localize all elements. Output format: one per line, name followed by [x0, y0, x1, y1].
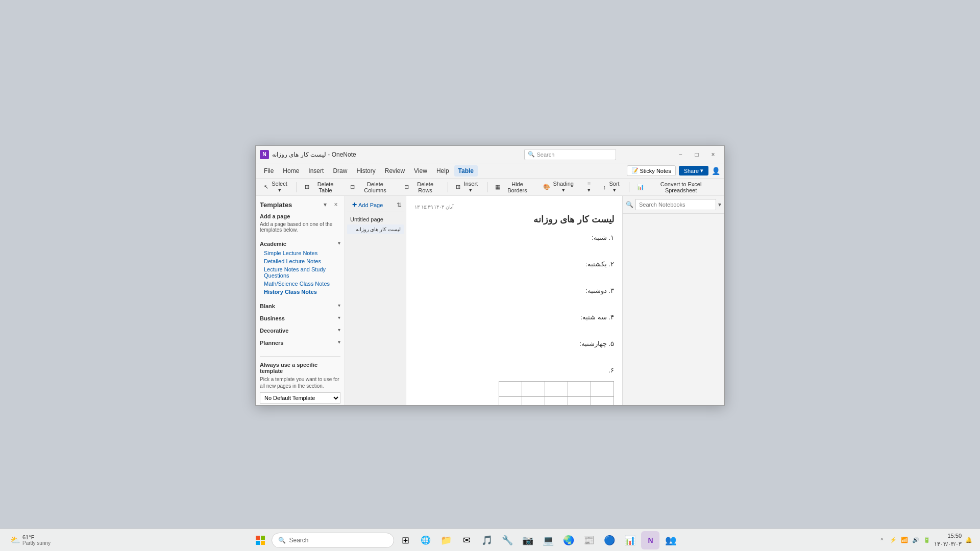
panel-header: Templates ▾ × — [260, 200, 340, 209]
sort-pages-icon[interactable]: ⇅ — [397, 202, 402, 209]
maximize-button[interactable]: □ — [690, 148, 704, 161]
page-item-untitled[interactable]: Untitled page — [347, 214, 404, 224]
edge-icon[interactable]: 🌐 — [416, 531, 435, 549]
svg-rect-0 — [256, 536, 260, 540]
math-science-link[interactable]: Math/Science Class Notes — [260, 280, 340, 288]
table-cell[interactable] — [522, 397, 545, 406]
time-display[interactable]: 15:50 ۱۴۰۳/۰۳/۰۳ — [934, 532, 962, 548]
menu-help[interactable]: Help — [432, 165, 453, 177]
table-row — [499, 382, 614, 397]
page-item-daily[interactable]: لیست کار های روزانه — [347, 224, 404, 234]
simple-lecture-notes-link[interactable]: Simple Lecture Notes — [260, 249, 340, 257]
planners-section[interactable]: Planners ▾ — [260, 336, 340, 348]
lecture-study-link[interactable]: Lecture Notes and Study Questions — [260, 265, 340, 280]
onenote-taskbar-icon[interactable]: N — [641, 531, 659, 549]
delete-columns-icon: ⊟ — [350, 184, 355, 190]
decorative-expand-icon: ▾ — [338, 327, 340, 333]
decorative-section[interactable]: Decorative ▾ — [260, 323, 340, 336]
search-notebooks-icon: 🔍 — [626, 201, 633, 208]
title-bar-left: N لیست کار های روزانه - OneNote — [260, 150, 467, 159]
taskbar-search-bar[interactable]: 🔍 Search — [272, 533, 394, 548]
list-style-button[interactable]: ≡ ▾ — [581, 181, 597, 194]
menu-draw[interactable]: Draw — [329, 165, 351, 177]
task-view-button[interactable]: ⊞ — [396, 531, 414, 549]
add-page-button[interactable]: ✚ Add Page — [349, 200, 386, 210]
table-cell[interactable] — [591, 397, 614, 406]
delete-columns-button[interactable]: ⊟ Delete Columns — [346, 181, 398, 194]
history-class-notes-link[interactable]: History Class Notes — [260, 288, 340, 296]
menu-file[interactable]: File — [260, 165, 278, 177]
hide-borders-icon: ▦ — [495, 184, 500, 190]
weather-desc: Partly sunny — [22, 540, 51, 546]
todo-item-3: ۳. دوشنبه: — [414, 284, 614, 297]
content-area[interactable]: ۱۳ آبان ۱۴۰۳ ۱۵:۴۹ لیست کار های روزانه ۱… — [406, 196, 622, 405]
table-cell[interactable] — [545, 397, 568, 406]
explorer-icon[interactable]: 📁 — [437, 531, 455, 549]
title-search-bar[interactable]: 🔍 Search — [524, 149, 616, 160]
panel-close-btn[interactable]: × — [331, 200, 340, 209]
teams-icon[interactable]: 👥 — [662, 531, 680, 549]
tray-icon-1[interactable]: ⚡ — [888, 535, 898, 545]
add-page-section-title: Add a page — [260, 213, 340, 219]
close-button[interactable]: × — [706, 148, 720, 161]
select-button[interactable]: ↖ Select ▾ — [260, 181, 293, 194]
panel-collapse-btn[interactable]: ▾ — [321, 200, 330, 209]
minimize-button[interactable]: − — [673, 148, 688, 161]
table-cell[interactable] — [522, 382, 545, 397]
volume-icon[interactable]: 🔊 — [911, 535, 921, 545]
start-button[interactable] — [251, 531, 270, 549]
app-icon-1[interactable]: 🎵 — [478, 531, 496, 549]
convert-excel-button[interactable]: 📊 Convert to Excel Spreadsheet — [633, 181, 720, 194]
app-icon-3[interactable]: 📷 — [519, 531, 537, 549]
app-icon-5[interactable]: 🌏 — [559, 531, 578, 549]
app-icon-8[interactable]: 📊 — [621, 531, 639, 549]
wifi-icon[interactable]: 📶 — [899, 535, 910, 545]
app-icon-6[interactable]: 📰 — [580, 531, 598, 549]
menu-view[interactable]: View — [410, 165, 431, 177]
search-notebooks-input[interactable] — [635, 199, 716, 210]
title-search-placeholder: Search — [537, 152, 555, 158]
toolbar: ↖ Select ▾ ⊞ Delete Table ⊟ Delete Colum… — [256, 179, 724, 196]
business-section[interactable]: Business ▾ — [260, 311, 340, 323]
notifications-icon[interactable]: 🔔 — [964, 535, 974, 545]
mail-icon[interactable]: ✉ — [457, 531, 476, 549]
add-page-desc: Add a page based on one of the templates… — [260, 221, 340, 233]
table-cell[interactable] — [545, 382, 568, 397]
insert-button[interactable]: ⊞ Insert ▾ — [452, 181, 483, 194]
cursor-icon: ↖ — [264, 184, 268, 190]
app-icon-4[interactable]: 💻 — [539, 531, 557, 549]
menu-home[interactable]: Home — [279, 165, 303, 177]
app-icon-2[interactable]: 🔧 — [498, 531, 517, 549]
weather-widget[interactable]: ⛅ 61°F Partly sunny — [6, 534, 55, 546]
sort-button[interactable]: ↕ Sort ▾ — [599, 181, 625, 194]
delete-table-button[interactable]: ⊞ Delete Table — [301, 181, 344, 194]
menu-insert[interactable]: Insert — [304, 165, 328, 177]
panel-controls: ▾ × — [321, 200, 340, 209]
hide-borders-button[interactable]: ▦ Hide Borders — [491, 181, 536, 194]
table-cell[interactable] — [499, 382, 522, 397]
app-icon-7[interactable]: 🔵 — [600, 531, 619, 549]
sticky-notes-icon: 📝 — [631, 167, 639, 174]
delete-table-icon: ⊞ — [305, 184, 309, 190]
tray-expand-icon[interactable]: ^ — [877, 535, 887, 545]
detailed-lecture-notes-link[interactable]: Detailed Lecture Notes — [260, 257, 340, 265]
table-cell[interactable] — [568, 397, 591, 406]
menu-review[interactable]: Review — [381, 165, 409, 177]
default-template-select[interactable]: No Default Template — [260, 392, 340, 404]
academic-section[interactable]: Academic ▾ — [260, 237, 340, 249]
share-button[interactable]: Share ▾ — [679, 166, 708, 176]
shading-button[interactable]: 🎨 Shading ▾ — [539, 181, 579, 194]
title-bar: N لیست کار های روزانه - OneNote 🔍 Search… — [256, 146, 724, 163]
battery-icon[interactable]: 🔋 — [922, 535, 932, 545]
menu-table[interactable]: Table — [454, 165, 478, 177]
blank-section[interactable]: Blank ▾ — [260, 299, 340, 311]
menu-history[interactable]: History — [352, 165, 379, 177]
table-cell[interactable] — [591, 382, 614, 397]
taskbar-left: ⛅ 61°F Partly sunny — [6, 534, 55, 546]
delete-rows-button[interactable]: ⊟ Delete Rows — [400, 181, 445, 194]
notebooks-expand-icon[interactable]: ▾ — [718, 201, 721, 208]
sticky-notes-button[interactable]: 📝 Sticky Notes — [627, 165, 676, 176]
table-cell[interactable] — [499, 397, 522, 406]
onenote-icon: N — [260, 150, 269, 159]
table-cell[interactable] — [568, 382, 591, 397]
